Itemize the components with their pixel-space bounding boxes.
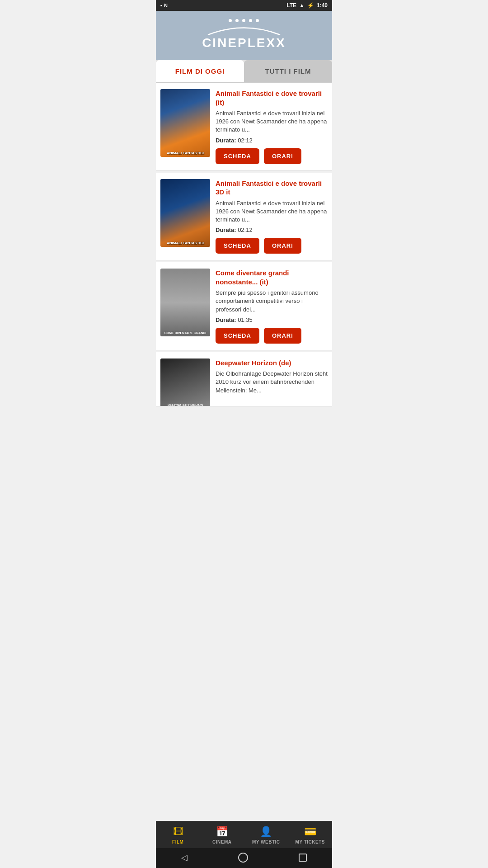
movie-title-3: Come diventare grandi nonostante... (it): [216, 269, 328, 286]
logo-arc-svg: [203, 23, 285, 36]
status-bar: ▪ N LTE ▲ ⚡ 1:40: [156, 0, 332, 11]
movie-list: ANIMALI FANTASTICI Animali Fantastici e …: [156, 83, 332, 406]
scheda-button-3[interactable]: SCHEDA: [216, 328, 259, 344]
movie-buttons-1: SCHEDA ORARI: [216, 148, 328, 164]
poster-placeholder-4: DEEPWATER HORIZON: [160, 359, 210, 406]
movie-title-1: Animali Fantastici e dove trovarli (it): [216, 89, 328, 107]
poster-placeholder-3: COME DIVENTARE GRANDI: [160, 269, 210, 336]
movie-info-4: Deepwater Horizon (de) Die Ölbohranlage …: [216, 359, 328, 400]
movie-duration-1: Durata: 02:12: [216, 137, 328, 144]
poster-placeholder-2: ANIMALI FANTASTICI: [160, 179, 210, 247]
movie-title-4: Deepwater Horizon (de): [216, 359, 328, 368]
battery-icon: ⚡: [307, 2, 314, 9]
orari-button-3[interactable]: ORARI: [264, 328, 301, 344]
scheda-button-2[interactable]: SCHEDA: [216, 238, 259, 254]
movie-poster-1: ANIMALI FANTASTICI: [160, 89, 210, 157]
app-header: CINEPLEXX: [156, 11, 332, 60]
tab-tutti-film[interactable]: TUTTI I FILM: [244, 60, 332, 82]
movie-info-3: Come diventare grandi nonostante... (it)…: [216, 269, 328, 344]
movie-buttons-3: SCHEDA ORARI: [216, 328, 328, 344]
movie-duration-3: Durata: 01:35: [216, 316, 328, 323]
movie-poster-4: DEEPWATER HORIZON: [160, 359, 210, 406]
orari-button-1[interactable]: ORARI: [264, 148, 301, 164]
scheda-button-1[interactable]: SCHEDA: [216, 148, 259, 164]
movie-buttons-2: SCHEDA ORARI: [216, 238, 328, 254]
movie-item-4: DEEPWATER HORIZON Deepwater Horizon (de)…: [156, 352, 332, 406]
tab-bar: FILM DI OGGI TUTTI I FILM: [156, 60, 332, 83]
movie-item-1: ANIMALI FANTASTICI Animali Fantastici e …: [156, 83, 332, 171]
poster-placeholder-1: ANIMALI FANTASTICI: [160, 89, 210, 157]
logo: CINEPLEXX: [202, 19, 286, 50]
movie-item-2: ANIMALI FANTASTICI Animali Fantastici e …: [156, 173, 332, 261]
status-left: ▪ N: [160, 3, 168, 8]
signal-icon: ▲: [299, 2, 305, 9]
movie-title-2: Animali Fantastici e dove trovarli 3D it: [216, 179, 328, 197]
logo-dot-5: [256, 19, 259, 22]
movie-duration-2: Durata: 02:12: [216, 226, 328, 233]
movie-poster-3: COME DIVENTARE GRANDI: [160, 269, 210, 336]
logo-dot-3: [242, 19, 245, 22]
movie-desc-3: Sempre più spesso i genitori assumono co…: [216, 289, 328, 314]
logo-dot-4: [249, 19, 252, 22]
movie-desc-1: Animali Fantastici e dove trovarli inizi…: [216, 109, 328, 134]
movie-info-1: Animali Fantastici e dove trovarli (it) …: [216, 89, 328, 164]
logo-dot-1: [229, 19, 232, 22]
movie-item-3: COME DIVENTARE GRANDI Come diventare gra…: [156, 262, 332, 350]
logo-dots: [229, 19, 259, 22]
movie-desc-2: Animali Fantastici e dove trovarli inizi…: [216, 199, 328, 224]
logo-text: CINEPLEXX: [202, 36, 286, 50]
movie-poster-2: ANIMALI FANTASTICI: [160, 179, 210, 247]
clock: 1:40: [317, 2, 328, 9]
movie-info-2: Animali Fantastici e dove trovarli 3D it…: [216, 179, 328, 254]
movie-desc-4: Die Ölbohranlage Deepwater Horizon steht…: [216, 370, 328, 395]
status-right: LTE ▲ ⚡ 1:40: [286, 2, 328, 9]
lte-label: LTE: [286, 2, 296, 9]
sim-icon: ▪: [160, 3, 162, 8]
tab-film-oggi[interactable]: FILM DI OGGI: [156, 60, 244, 82]
orari-button-2[interactable]: ORARI: [264, 238, 301, 254]
logo-dot-2: [235, 19, 239, 22]
n-icon: N: [164, 3, 168, 8]
